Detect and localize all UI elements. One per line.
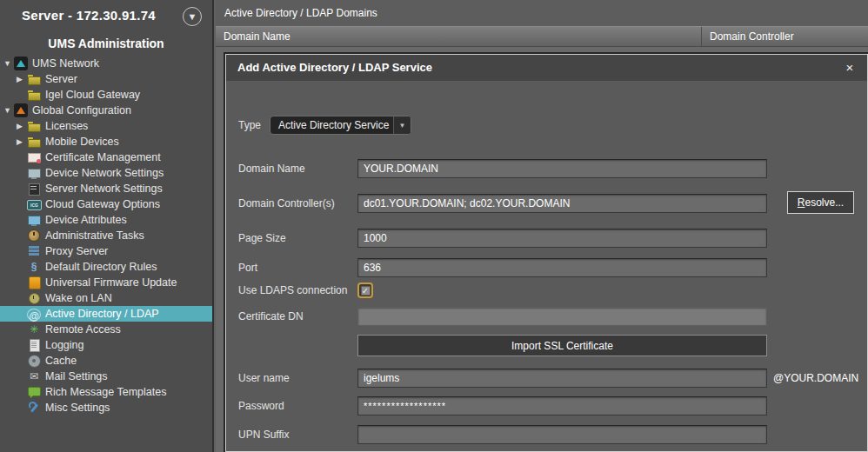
sidebar-item-default-directory-rules[interactable]: §Default Directory Rules <box>0 259 212 275</box>
resolve-button-label: esolve... <box>805 196 844 209</box>
folder-icon <box>27 119 41 133</box>
sidebar-item-licenses[interactable]: ▶Licenses <box>0 118 212 134</box>
at-icon: @ <box>27 309 41 321</box>
sidebar-item-label: UMS Network <box>32 56 99 71</box>
expander-open-icon[interactable]: ▼ <box>2 56 14 71</box>
sidebar-item-rich-message-templates[interactable]: Rich Message Templates <box>0 384 212 400</box>
type-label: Type <box>238 119 261 131</box>
sidebar-item-ums-network[interactable]: ▼UMS Network <box>0 56 212 71</box>
folder-icon <box>27 135 41 149</box>
type-select[interactable]: Active Directory Service ▼ <box>270 116 411 135</box>
ums-administration-title: UMS Administration <box>0 37 212 50</box>
sidebar-item-server[interactable]: ▶Server <box>0 71 212 87</box>
sidebar-item-remote-access[interactable]: ✳Remote Access <box>0 322 212 337</box>
sidebar-item-mail-settings[interactable]: ✉Mail Settings <box>0 369 212 384</box>
sidebar-item-administrative-tasks[interactable]: Administrative Tasks <box>0 228 212 243</box>
type-row: Type Active Directory Service ▼ <box>238 116 864 135</box>
certificate-dn-label: Certificate DN <box>238 310 357 322</box>
sidebar-item-cloud-gateway-options[interactable]: Cloud Gateway Options <box>0 196 212 212</box>
igel-teal-icon <box>14 56 28 70</box>
sidebar-item-label: Global Configuration <box>32 103 131 118</box>
server-header-row: Server - 172.30.91.74 ▼ <box>0 0 212 30</box>
sidebar-item-label: Server Network Settings <box>45 181 163 196</box>
resolve-button[interactable]: Resolve... <box>787 191 854 214</box>
server-dropdown-button[interactable]: ▼ <box>183 7 202 26</box>
page-size-row: Page Size <box>238 229 864 248</box>
domain-controllers-label: Domain Controller(s) <box>238 197 357 209</box>
expander-closed-icon[interactable]: ▶ <box>15 118 27 134</box>
checkmark-icon: ✓ <box>361 286 371 296</box>
column-header-domain-name[interactable]: Domain Name <box>216 27 702 46</box>
sidebar-item-universal-firmware-update[interactable]: Universal Firmware Update <box>0 275 212 290</box>
sidebar-item-certificate-management[interactable]: Certificate Management <box>0 150 212 165</box>
sidebar-item-igel-cloud-gateway[interactable]: Igel Cloud Gateway <box>0 87 212 103</box>
dialog-title: Add Active Directory / LDAP Service <box>226 55 867 81</box>
clock-icon <box>27 229 41 243</box>
use-ldaps-label: Use LDAPS connection <box>238 284 357 296</box>
wrench-icon <box>27 401 41 415</box>
sidebar-item-device-network-settings[interactable]: Device Network Settings <box>0 165 212 181</box>
upn-suffix-input[interactable] <box>357 425 767 444</box>
sidebar-item-server-network-settings[interactable]: Server Network Settings <box>0 181 212 196</box>
sidebar-item-global-configuration[interactable]: ▼Global Configuration <box>0 103 212 118</box>
sidebar-item-label: Server <box>45 71 77 87</box>
import-ssl-certificate-button[interactable]: Import SSL Certificate <box>357 335 767 356</box>
sidebar-item-cache[interactable]: Cache <box>0 353 212 369</box>
main-titlebar: Active Directory / LDAP Domains <box>216 0 868 26</box>
domains-table-header: Domain Name Domain Controller <box>216 26 868 47</box>
page-title: Active Directory / LDAP Domains <box>216 0 868 26</box>
port-label: Port <box>238 262 357 274</box>
column-header-domain-controller[interactable]: Domain Controller <box>702 27 868 46</box>
sidebar-item-active-directory-ldap[interactable]: @Active Directory / LDAP <box>0 306 212 322</box>
password-label: Password <box>238 400 357 412</box>
domain-name-input[interactable] <box>357 159 767 178</box>
sidebar-item-label: Wake on LAN <box>45 290 112 306</box>
close-icon[interactable]: × <box>841 59 858 76</box>
server-net-icon <box>27 182 41 196</box>
sidebar-item-misc-settings[interactable]: Misc Settings <box>0 400 212 415</box>
upn-suffix-label: UPN Suffix <box>238 429 357 441</box>
upn-domain-suffix-label: @YOUR.DOMAIN <box>773 372 858 384</box>
sidebar-item-label: Rich Message Templates <box>45 384 166 400</box>
sidebar-item-logging[interactable]: Logging <box>0 337 212 353</box>
folder-icon <box>27 88 41 102</box>
sidebar-item-label: Proxy Server <box>45 243 108 259</box>
domain-name-label: Domain Name <box>238 163 357 175</box>
import-ssl-row: Import SSL Certificate <box>238 335 864 356</box>
port-row: Port <box>238 258 864 277</box>
sidebar-item-wake-on-lan[interactable]: Wake on LAN <box>0 290 212 306</box>
password-input[interactable] <box>357 396 767 415</box>
firmware-icon <box>27 276 41 289</box>
sidebar-item-label: Universal Firmware Update <box>45 275 177 290</box>
sidebar-item-mobile-devices[interactable]: ▶Mobile Devices <box>0 134 212 150</box>
port-input[interactable] <box>357 258 767 277</box>
type-select-arrow-button[interactable]: ▼ <box>393 116 411 134</box>
chevron-down-icon: ▼ <box>399 122 406 130</box>
certificate-dn-input[interactable] <box>357 307 767 326</box>
sidebar-item-label: Cloud Gateway Options <box>45 196 160 212</box>
add-adldap-dialog: Add Active Directory / LDAP Service × Ty… <box>225 54 868 452</box>
use-ldaps-checkbox[interactable]: ✓ <box>357 282 373 298</box>
domain-controllers-input[interactable] <box>357 194 767 213</box>
sidebar-item-label: Active Directory / LDAP <box>45 306 159 322</box>
sidebar: Server - 172.30.91.74 ▼ UMS Administrati… <box>0 0 214 452</box>
user-name-input[interactable] <box>357 369 767 388</box>
sidebar-item-label: Licenses <box>45 118 88 134</box>
user-name-row: User name @YOUR.DOMAIN <box>238 369 864 388</box>
proxy-icon <box>27 244 41 258</box>
expander-open-icon[interactable]: ▼ <box>2 103 14 118</box>
server-title: Server - 172.30.91.74 <box>0 8 177 23</box>
message-icon <box>27 385 41 399</box>
sidebar-item-label: Administrative Tasks <box>45 228 144 243</box>
expander-closed-icon[interactable]: ▶ <box>15 134 27 150</box>
use-ldaps-row: Use LDAPS connection ✓ <box>238 282 864 299</box>
expander-closed-icon[interactable]: ▶ <box>15 71 27 87</box>
cache-icon <box>27 354 41 368</box>
mail-icon: ✉ <box>27 369 41 383</box>
sidebar-item-label: Cache <box>45 353 77 369</box>
sidebar-item-proxy-server[interactable]: Proxy Server <box>0 243 212 259</box>
sidebar-item-device-attributes[interactable]: Device Attributes <box>0 212 212 228</box>
log-icon <box>27 338 41 352</box>
page-size-input[interactable] <box>357 229 767 248</box>
sidebar-item-label: Device Network Settings <box>45 165 164 181</box>
